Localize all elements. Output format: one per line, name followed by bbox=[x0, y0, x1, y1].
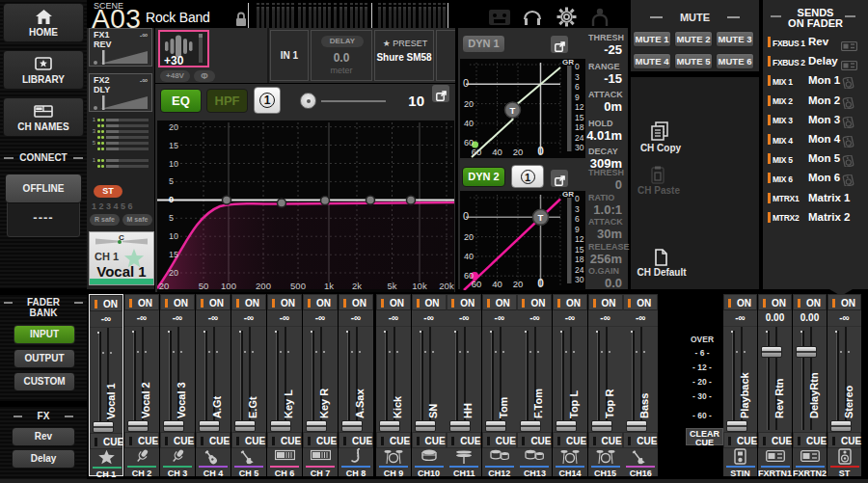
svg-text:40: 40 bbox=[464, 252, 474, 261]
svg-text:0: 0 bbox=[169, 195, 174, 204]
svg-text:15: 15 bbox=[169, 141, 178, 150]
svg-text:T: T bbox=[510, 105, 516, 116]
svg-text:GR: GR bbox=[562, 191, 574, 199]
svg-text:20: 20 bbox=[464, 232, 474, 242]
svg-text:100: 100 bbox=[221, 281, 236, 291]
svg-text:30: 30 bbox=[575, 143, 584, 152]
svg-text:5: 5 bbox=[169, 176, 174, 186]
svg-text:1k: 1k bbox=[324, 281, 334, 291]
svg-text:20: 20 bbox=[169, 122, 178, 132]
svg-text:20: 20 bbox=[169, 268, 178, 278]
svg-text:15: 15 bbox=[169, 250, 178, 259]
svg-text:0: 0 bbox=[463, 77, 469, 89]
svg-text:20: 20 bbox=[464, 99, 474, 109]
svg-text:0: 0 bbox=[537, 277, 544, 290]
svg-text:500: 500 bbox=[290, 281, 306, 291]
svg-text:20k: 20k bbox=[439, 281, 454, 291]
svg-text:20: 20 bbox=[159, 281, 170, 291]
svg-text:60: 60 bbox=[472, 279, 482, 289]
svg-text:24: 24 bbox=[575, 265, 584, 275]
svg-text:20: 20 bbox=[513, 279, 524, 289]
svg-text:10: 10 bbox=[169, 159, 178, 169]
svg-text:10k: 10k bbox=[412, 281, 427, 291]
svg-text:10: 10 bbox=[169, 231, 178, 241]
svg-text:50: 50 bbox=[199, 281, 209, 291]
svg-text:200: 200 bbox=[256, 281, 271, 291]
svg-text:0: 0 bbox=[575, 62, 580, 71]
svg-text:GR: GR bbox=[562, 59, 574, 67]
svg-text:15: 15 bbox=[575, 113, 584, 122]
svg-text:40: 40 bbox=[492, 279, 502, 289]
svg-text:5k: 5k bbox=[387, 281, 396, 291]
svg-text:2k: 2k bbox=[352, 281, 362, 291]
svg-text:0: 0 bbox=[463, 210, 469, 222]
svg-text:40: 40 bbox=[464, 119, 474, 128]
svg-text:0: 0 bbox=[537, 145, 544, 158]
svg-text:40: 40 bbox=[492, 147, 502, 157]
svg-text:20: 20 bbox=[513, 147, 524, 157]
svg-text:5: 5 bbox=[169, 213, 174, 223]
svg-text:60: 60 bbox=[472, 147, 482, 157]
svg-text:T: T bbox=[538, 212, 544, 223]
